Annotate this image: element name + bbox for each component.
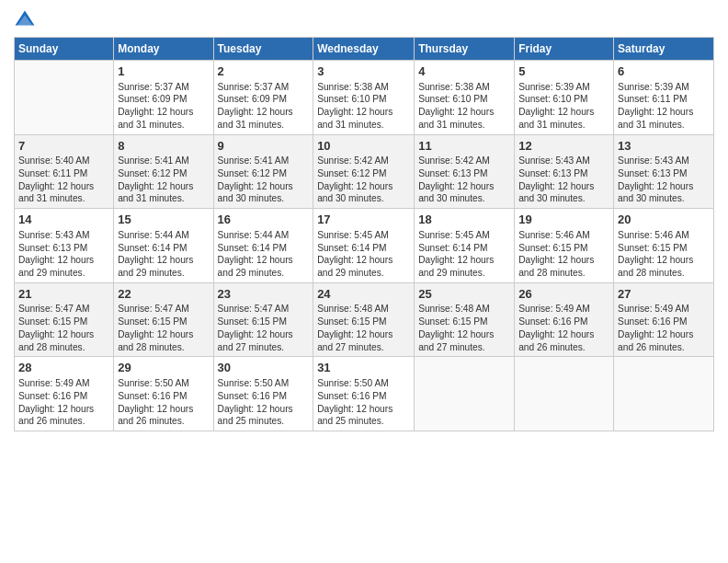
- day-info: Sunrise: 5:48 AM Sunset: 6:15 PM Dayligh…: [418, 303, 510, 353]
- day-info: Sunrise: 5:37 AM Sunset: 6:09 PM Dayligh…: [118, 81, 209, 132]
- calendar-cell: 3Sunrise: 5:38 AM Sunset: 6:10 PM Daylig…: [313, 61, 415, 135]
- header: [14, 9, 714, 31]
- day-info: Sunrise: 5:39 AM Sunset: 6:11 PM Dayligh…: [618, 81, 710, 132]
- calendar-cell: 30Sunrise: 5:50 AM Sunset: 6:16 PM Dayli…: [213, 357, 313, 431]
- day-info: Sunrise: 5:40 AM Sunset: 6:11 PM Dayligh…: [18, 155, 109, 205]
- day-info: Sunrise: 5:42 AM Sunset: 6:12 PM Dayligh…: [317, 155, 410, 205]
- day-number: 19: [518, 212, 609, 228]
- calendar-cell: 19Sunrise: 5:46 AM Sunset: 6:15 PM Dayli…: [515, 209, 614, 283]
- calendar-cell: 15Sunrise: 5:44 AM Sunset: 6:14 PM Dayli…: [114, 209, 213, 283]
- day-number: 28: [18, 360, 109, 376]
- calendar-cell: 5Sunrise: 5:39 AM Sunset: 6:10 PM Daylig…: [515, 61, 614, 135]
- day-number: 20: [618, 212, 710, 228]
- day-number: 24: [317, 286, 410, 303]
- day-number: 23: [218, 286, 310, 303]
- day-number: 18: [418, 212, 510, 228]
- header-row: SundayMondayTuesdayWednesdayThursdayFrid…: [15, 38, 714, 61]
- calendar-cell: 7Sunrise: 5:40 AM Sunset: 6:11 PM Daylig…: [15, 134, 114, 209]
- calendar-cell: [515, 357, 614, 431]
- calendar-cell: [415, 357, 515, 431]
- calendar-cell: 4Sunrise: 5:38 AM Sunset: 6:10 PM Daylig…: [415, 61, 515, 135]
- day-number: 5: [518, 63, 609, 80]
- calendar-cell: 1Sunrise: 5:37 AM Sunset: 6:09 PM Daylig…: [114, 61, 213, 135]
- day-number: 4: [418, 63, 510, 80]
- calendar-cell: 24Sunrise: 5:48 AM Sunset: 6:15 PM Dayli…: [313, 282, 415, 357]
- calendar-cell: 28Sunrise: 5:49 AM Sunset: 6:16 PM Dayli…: [15, 357, 114, 431]
- day-number: 22: [118, 286, 209, 303]
- calendar-cell: 27Sunrise: 5:49 AM Sunset: 6:16 PM Dayli…: [614, 282, 714, 357]
- day-info: Sunrise: 5:48 AM Sunset: 6:15 PM Dayligh…: [317, 303, 410, 353]
- day-info: Sunrise: 5:49 AM Sunset: 6:16 PM Dayligh…: [618, 303, 710, 353]
- day-info: Sunrise: 5:43 AM Sunset: 6:13 PM Dayligh…: [518, 155, 609, 205]
- day-number: 10: [317, 138, 410, 155]
- calendar-week-row: 14Sunrise: 5:43 AM Sunset: 6:13 PM Dayli…: [15, 209, 714, 283]
- weekday-header: Thursday: [415, 38, 515, 61]
- weekday-header: Monday: [114, 38, 213, 61]
- day-number: 17: [317, 212, 410, 228]
- weekday-header: Wednesday: [313, 38, 415, 61]
- calendar-cell: [15, 61, 114, 135]
- day-number: 13: [618, 138, 710, 155]
- day-info: Sunrise: 5:44 AM Sunset: 6:14 PM Dayligh…: [218, 229, 310, 280]
- day-number: 16: [218, 212, 310, 228]
- day-info: Sunrise: 5:47 AM Sunset: 6:15 PM Dayligh…: [18, 303, 109, 353]
- calendar-cell: 2Sunrise: 5:37 AM Sunset: 6:09 PM Daylig…: [213, 61, 313, 135]
- day-number: 3: [317, 63, 410, 80]
- day-number: 25: [418, 286, 510, 303]
- calendar-cell: 13Sunrise: 5:43 AM Sunset: 6:13 PM Dayli…: [614, 134, 714, 209]
- day-number: 11: [418, 138, 510, 155]
- day-info: Sunrise: 5:41 AM Sunset: 6:12 PM Dayligh…: [118, 155, 209, 205]
- calendar-cell: 18Sunrise: 5:45 AM Sunset: 6:14 PM Dayli…: [415, 209, 515, 283]
- calendar-cell: 11Sunrise: 5:42 AM Sunset: 6:13 PM Dayli…: [415, 134, 515, 209]
- day-info: Sunrise: 5:43 AM Sunset: 6:13 PM Dayligh…: [18, 229, 109, 280]
- day-number: 8: [118, 138, 209, 155]
- day-number: 31: [317, 360, 410, 376]
- day-info: Sunrise: 5:41 AM Sunset: 6:12 PM Dayligh…: [218, 155, 310, 205]
- day-number: 21: [18, 286, 109, 303]
- day-number: 1: [118, 63, 209, 80]
- calendar: SundayMondayTuesdayWednesdayThursdayFrid…: [14, 37, 714, 431]
- day-number: 27: [618, 286, 710, 303]
- day-number: 29: [118, 360, 209, 376]
- calendar-cell: 14Sunrise: 5:43 AM Sunset: 6:13 PM Dayli…: [15, 209, 114, 283]
- day-info: Sunrise: 5:43 AM Sunset: 6:13 PM Dayligh…: [618, 155, 710, 205]
- weekday-header: Saturday: [614, 38, 714, 61]
- day-info: Sunrise: 5:49 AM Sunset: 6:16 PM Dayligh…: [18, 377, 109, 428]
- calendar-cell: 25Sunrise: 5:48 AM Sunset: 6:15 PM Dayli…: [415, 282, 515, 357]
- calendar-cell: [614, 357, 714, 431]
- calendar-cell: 9Sunrise: 5:41 AM Sunset: 6:12 PM Daylig…: [213, 134, 313, 209]
- day-number: 12: [518, 138, 609, 155]
- day-info: Sunrise: 5:46 AM Sunset: 6:15 PM Dayligh…: [618, 229, 710, 280]
- day-info: Sunrise: 5:38 AM Sunset: 6:10 PM Dayligh…: [418, 81, 510, 132]
- weekday-header: Tuesday: [213, 38, 313, 61]
- calendar-week-row: 21Sunrise: 5:47 AM Sunset: 6:15 PM Dayli…: [15, 282, 714, 357]
- logo-icon: [14, 9, 36, 31]
- day-info: Sunrise: 5:46 AM Sunset: 6:15 PM Dayligh…: [518, 229, 609, 280]
- calendar-cell: 31Sunrise: 5:50 AM Sunset: 6:16 PM Dayli…: [313, 357, 415, 431]
- day-number: 9: [218, 138, 310, 155]
- day-info: Sunrise: 5:37 AM Sunset: 6:09 PM Dayligh…: [218, 81, 310, 132]
- day-number: 6: [618, 63, 710, 80]
- weekday-header: Sunday: [15, 38, 114, 61]
- day-info: Sunrise: 5:47 AM Sunset: 6:15 PM Dayligh…: [118, 303, 209, 353]
- day-info: Sunrise: 5:49 AM Sunset: 6:16 PM Dayligh…: [518, 303, 609, 353]
- calendar-cell: 29Sunrise: 5:50 AM Sunset: 6:16 PM Dayli…: [114, 357, 213, 431]
- calendar-cell: 17Sunrise: 5:45 AM Sunset: 6:14 PM Dayli…: [313, 209, 415, 283]
- calendar-cell: 6Sunrise: 5:39 AM Sunset: 6:11 PM Daylig…: [614, 61, 714, 135]
- day-number: 30: [218, 360, 310, 376]
- day-number: 26: [518, 286, 609, 303]
- weekday-header: Friday: [515, 38, 614, 61]
- day-info: Sunrise: 5:39 AM Sunset: 6:10 PM Dayligh…: [518, 81, 609, 132]
- logo: [14, 9, 40, 31]
- day-info: Sunrise: 5:50 AM Sunset: 6:16 PM Dayligh…: [218, 377, 310, 428]
- calendar-cell: 22Sunrise: 5:47 AM Sunset: 6:15 PM Dayli…: [114, 282, 213, 357]
- calendar-cell: 21Sunrise: 5:47 AM Sunset: 6:15 PM Dayli…: [15, 282, 114, 357]
- day-number: 15: [118, 212, 209, 228]
- day-info: Sunrise: 5:45 AM Sunset: 6:14 PM Dayligh…: [418, 229, 510, 280]
- calendar-cell: 8Sunrise: 5:41 AM Sunset: 6:12 PM Daylig…: [114, 134, 213, 209]
- day-info: Sunrise: 5:38 AM Sunset: 6:10 PM Dayligh…: [317, 81, 410, 132]
- calendar-week-row: 1Sunrise: 5:37 AM Sunset: 6:09 PM Daylig…: [15, 61, 714, 135]
- calendar-cell: 10Sunrise: 5:42 AM Sunset: 6:12 PM Dayli…: [313, 134, 415, 209]
- day-info: Sunrise: 5:45 AM Sunset: 6:14 PM Dayligh…: [317, 229, 410, 280]
- calendar-cell: 23Sunrise: 5:47 AM Sunset: 6:15 PM Dayli…: [213, 282, 313, 357]
